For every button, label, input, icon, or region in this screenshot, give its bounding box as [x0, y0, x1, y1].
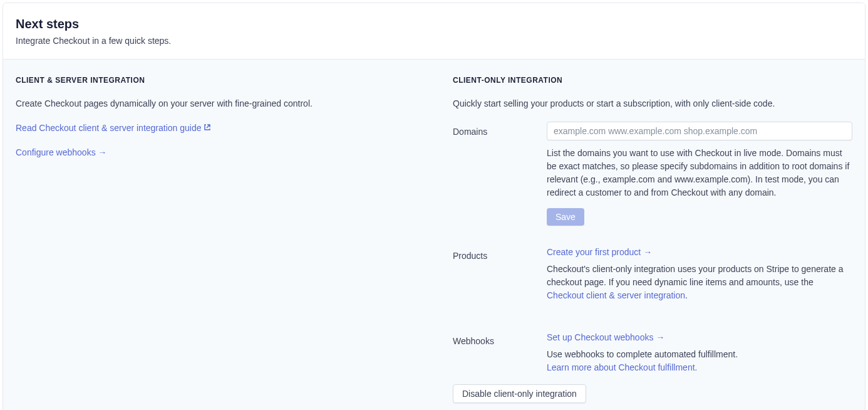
webhooks-help-text: Use webhooks to complete automated fulfi…: [547, 349, 738, 359]
learn-fulfillment-link[interactable]: Learn more about Checkout fulfillment.: [547, 362, 697, 372]
disable-client-only-button[interactable]: Disable client-only integration: [453, 384, 586, 403]
read-guide-link[interactable]: Read Checkout client & server integratio…: [16, 122, 415, 135]
checkout-integration-link[interactable]: Checkout client & server integration: [547, 290, 685, 300]
products-row: Products Create your first product → Che…: [453, 246, 852, 311]
domains-input[interactable]: [547, 122, 852, 140]
client-server-section: CLIENT & SERVER INTEGRATION Create Check…: [16, 75, 415, 403]
external-link-icon: [204, 122, 211, 129]
disable-wrap: Disable client-only integration: [453, 384, 852, 403]
card-header: Next steps Integrate Checkout in a few q…: [3, 3, 865, 60]
read-guide-label: Read Checkout client & server integratio…: [16, 123, 202, 133]
products-label: Products: [453, 251, 487, 261]
card-subtitle: Integrate Checkout in a few quick steps.: [16, 34, 852, 48]
setup-webhooks-label: Set up Checkout webhooks: [547, 331, 653, 344]
domains-label: Domains: [453, 127, 487, 137]
create-product-label: Create your first product: [547, 246, 641, 259]
card-body: CLIENT & SERVER INTEGRATION Create Check…: [3, 60, 865, 410]
client-server-desc: Create Checkout pages dynamically on you…: [16, 97, 415, 110]
client-only-section: CLIENT-ONLY INTEGRATION Quickly start se…: [453, 75, 852, 403]
webhooks-help: Use webhooks to complete automated fulfi…: [547, 348, 852, 374]
domains-row: Domains List the domains you want to use…: [453, 122, 852, 226]
arrow-right-icon: →: [98, 146, 107, 159]
client-only-desc: Quickly start selling your products or s…: [453, 97, 852, 110]
card-title: Next steps: [16, 14, 852, 33]
arrow-right-icon: →: [656, 331, 664, 344]
client-server-heading: CLIENT & SERVER INTEGRATION: [16, 75, 415, 86]
client-only-heading: CLIENT-ONLY INTEGRATION: [453, 75, 852, 86]
setup-webhooks-link[interactable]: Set up Checkout webhooks →: [547, 331, 664, 344]
configure-webhooks-label: Configure webhooks: [16, 147, 96, 157]
create-product-link[interactable]: Create your first product →: [547, 246, 652, 259]
arrow-right-icon: →: [643, 246, 652, 259]
webhooks-row: Webhooks Set up Checkout webhooks → Use …: [453, 331, 852, 374]
products-help: Checkout's client-only integration uses …: [547, 263, 852, 302]
products-help-prefix: Checkout's client-only integration uses …: [547, 264, 844, 287]
webhooks-label: Webhooks: [453, 336, 494, 346]
products-help-suffix: .: [685, 290, 688, 300]
next-steps-card: Next steps Integrate Checkout in a few q…: [3, 3, 865, 410]
configure-webhooks-link[interactable]: Configure webhooks →: [16, 146, 415, 159]
domains-help: List the domains you want to use with Ch…: [547, 147, 852, 199]
save-button[interactable]: Save: [547, 208, 584, 226]
